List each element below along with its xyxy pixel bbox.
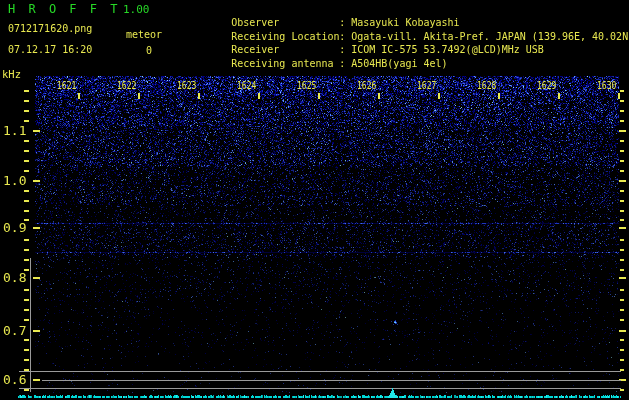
station-info-value: ICOM IC-575 53.7492(@LCD)MHz USB [351,44,544,55]
station-info-label: Observer [231,16,339,30]
freq-tick-label: 0.8 [3,270,26,285]
hrofft-screen: H R O F F T 1.00 0712171620.png meteor 0… [0,0,629,400]
time-tick-label: 1628 [477,80,495,91]
station-info-separator: : [339,44,351,55]
time-tick-label: 1627 [417,80,435,91]
station-info-separator: : [339,58,351,69]
time-tick-label: 1623 [177,80,195,91]
station-info-separator: : [339,17,351,28]
output-filename: 0712171620.png [8,23,92,34]
observation-datetime: 07.12.17 16:20 [8,44,92,55]
station-info-line: Observer: Masayuki Kobayashi [183,2,629,16]
time-tick-label: 1624 [237,80,255,91]
time-tick-label: 1630 [597,80,615,91]
meteor-count-label: meteor [126,29,162,40]
freq-axis-unit-label: kHz [2,68,21,80]
freq-tick-label: 1.1 [3,123,26,138]
time-tick-label: 1629 [537,80,555,91]
freq-tick-label: 0.7 [3,323,26,338]
app-version: 1.00 [123,3,150,16]
station-info-value: A504HB(yagi 4el) [351,58,447,69]
station-info-value: Masayuki Kobayashi [351,17,459,28]
meteor-count-value: 0 [146,45,152,56]
station-info-label: Receiver [231,43,339,57]
station-info-block: Observer: Masayuki Kobayashi Receiving L… [183,2,629,57]
freq-tick-label: 0.6 [3,372,26,387]
app-title: H R O F F T [8,2,120,16]
station-info-label: Receiving antenna [231,57,339,71]
station-info-value: Ogata-vill. Akita-Pref. JAPAN (139.96E, … [351,31,629,42]
time-tick-label: 1626 [357,80,375,91]
freq-tick-label: 1.0 [3,173,26,188]
station-info-label: Receiving Location [231,30,339,44]
station-info-separator: : [339,31,351,42]
time-tick-label: 1625 [297,80,315,91]
time-tick-label: 1621 [57,80,75,91]
time-tick-label: 1622 [117,80,135,91]
freq-tick-label: 0.9 [3,220,26,235]
